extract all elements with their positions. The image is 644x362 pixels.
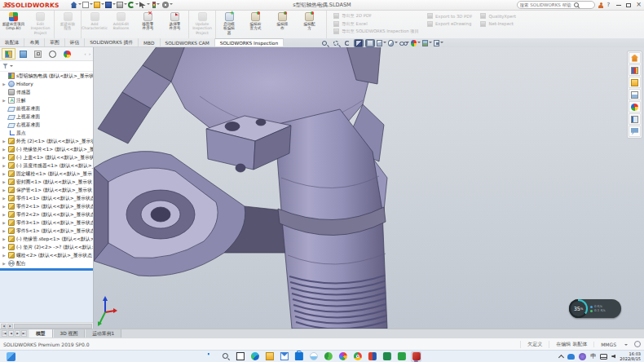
taskbar-app-button[interactable]	[220, 351, 231, 362]
scroll-right-icon[interactable]: ▶	[7, 324, 13, 329]
command-tab[interactable]: SOLIDWORKS 插件	[85, 38, 139, 46]
expand-arrow-icon[interactable]: ▶	[2, 99, 7, 103]
ribbon-button[interactable]: Edit Inspection Project	[27, 11, 54, 38]
ribbon-button[interactable]: Update Inspection Project	[188, 11, 215, 38]
hud-button[interactable]	[388, 39, 398, 47]
cad-model[interactable]	[94, 47, 644, 329]
quick-access-button[interactable]	[117, 1, 127, 10]
quick-access-button[interactable]	[151, 1, 161, 10]
taskbar-app-button[interactable]	[411, 351, 421, 362]
taskbar-app-button[interactable]	[337, 351, 348, 362]
taskbar-app-button[interactable]	[235, 351, 245, 362]
clock[interactable]: 16:03 2022/8/15	[620, 351, 641, 361]
tree-item[interactable]: ▶ 零件3<1> (默认<<默认>_显示状态	[0, 219, 93, 227]
taskbar-app-button[interactable]	[367, 351, 377, 362]
tree-item[interactable]: ▶ 螺栓<2> (默认<<默认>_显示状态	[0, 251, 93, 259]
search-icon[interactable]	[574, 2, 579, 7]
tab-nav-arrow[interactable]: ◀	[8, 330, 14, 337]
hud-button[interactable]	[434, 39, 443, 47]
ribbon-button[interactable]: 启动模 板编辑 器	[215, 11, 242, 38]
tree-filter[interactable]	[0, 61, 93, 72]
task-pane-button[interactable]	[629, 113, 641, 125]
tree-item[interactable]: ▶ (-) 绝缘垫片<1> (默认<<默认>_显	[0, 145, 93, 153]
export-menu-item[interactable]: 导出至 Excel	[333, 21, 419, 27]
export-menu-item[interactable]: 导出至 SOLIDWORKS Inspection 项目	[333, 29, 419, 34]
taskbar-app-button[interactable]	[279, 351, 289, 362]
quick-access-button[interactable]	[82, 1, 93, 10]
ribbon-button[interactable]: 编辑配 方	[296, 11, 323, 38]
taskbar-app-button[interactable]	[205, 351, 216, 362]
tree-item[interactable]: ▶ 保护管<1> (默认<<默认>_显示状	[0, 186, 93, 194]
tree-item[interactable]: ▶ s型铝轴热电偶 (默认<默认>_显示状态-1	[0, 72, 93, 80]
chevron-up-icon[interactable]	[624, 344, 628, 347]
ribbon-button[interactable]: 移除零 件序号	[135, 11, 161, 38]
tree-item[interactable]: ▶ 注解	[0, 96, 93, 104]
tree-item[interactable]: ▶ (-) 温度传感器<1> (默认<<默认>_	[0, 161, 93, 170]
expand-arrow-icon[interactable]: ▶	[2, 148, 7, 152]
tree-item[interactable]: ▶ 右视基准面	[0, 121, 93, 129]
tree-item[interactable]: ▶ 零件5<1> (默认<<默认>_显示状态	[0, 227, 93, 235]
hud-button[interactable]	[411, 39, 421, 47]
tray-app-icon[interactable]	[579, 353, 586, 360]
expand-arrow-icon[interactable]: ▶	[2, 213, 7, 217]
hud-button[interactable]	[320, 39, 329, 47]
tree-item[interactable]: ▶ 零件1<1> (默认<<默认>_显示状态	[0, 194, 93, 202]
taskbar-app-button[interactable]	[382, 351, 392, 362]
expand-arrow-icon[interactable]: ▶	[2, 196, 7, 201]
export-menu-item[interactable]: Export eDrawing	[427, 21, 472, 27]
quick-access-button[interactable]	[162, 1, 173, 10]
help-search-box[interactable]	[517, 1, 595, 9]
quick-access-button[interactable]	[94, 1, 104, 10]
task-pane-button[interactable]	[629, 89, 641, 100]
export-menu-item[interactable]: Net-Inspect	[480, 21, 515, 27]
export-menu-item[interactable]: 导出至 2D PDF	[333, 13, 419, 19]
quick-access-button[interactable]	[139, 1, 150, 10]
keyboard-icon[interactable]	[600, 354, 607, 360]
hud-button[interactable]	[399, 39, 409, 47]
widgets-icon[interactable]	[7, 352, 15, 361]
login-user-icon[interactable]	[598, 2, 604, 8]
taskbar-app-button[interactable]	[293, 351, 304, 362]
tree-item[interactable]: ▶ (-) 绝缘管.step<1> (默认<<默认>	[0, 235, 93, 243]
panel-tab[interactable]	[46, 48, 60, 60]
hud-button[interactable]	[422, 39, 432, 47]
panel-tab[interactable]	[31, 48, 45, 60]
expand-arrow-icon[interactable]: ▶	[2, 156, 7, 160]
scrollbar-thumb[interactable]	[14, 324, 92, 329]
tree-item[interactable]: ▶ 上视基准面	[0, 113, 93, 121]
tree-item[interactable]: ▶ 传感器	[0, 88, 93, 96]
tab-nav-arrow[interactable]: ▶	[15, 330, 20, 337]
expand-arrow-icon[interactable]: ▶	[2, 229, 7, 233]
command-tab[interactable]: 评估	[65, 38, 86, 46]
command-tab[interactable]: 草图	[45, 38, 65, 46]
expand-arrow-icon[interactable]: ▶	[2, 254, 7, 258]
tab-nav-arrow[interactable]: ▶|	[21, 330, 27, 337]
ribbon-button[interactable]: 选择零 件序号	[161, 11, 188, 38]
hud-button[interactable]	[342, 39, 352, 47]
command-tab[interactable]: SOLIDWORKS Inspection	[215, 38, 284, 46]
tree-item[interactable]: ▶ 固定螺栓<1> (默认<<默认>_显示	[0, 170, 93, 178]
taskbar-app-button[interactable]	[323, 351, 333, 362]
hud-button[interactable]	[331, 39, 341, 47]
restore-button[interactable]	[626, 3, 631, 7]
close-button[interactable]: ×	[636, 2, 642, 7]
panel-tab[interactable]	[60, 48, 74, 60]
taskbar-app-button[interactable]	[264, 351, 275, 362]
panel-tab[interactable]	[2, 48, 15, 60]
ribbon-button[interactable]: 编辑检 查方式	[242, 11, 269, 38]
expand-arrow-icon[interactable]: ▶	[2, 262, 7, 266]
taskbar-app-button[interactable]	[249, 351, 260, 362]
tree-item[interactable]: ▶ (-) 垫片 (2)<2> ->? (默认<<默认>	[0, 243, 93, 251]
quick-access-button[interactable]	[71, 1, 82, 10]
task-pane-button[interactable]	[629, 64, 641, 76]
expand-arrow-icon[interactable]: ▶	[2, 237, 7, 241]
ribbon-button[interactable]: 编辑操 作	[269, 11, 296, 38]
help-button[interactable]: ?	[607, 2, 611, 8]
hud-button[interactable]	[354, 39, 364, 47]
tree-item[interactable]: ▶ 外壳 (2)<1> (默认<<默认>_显示状	[0, 137, 93, 145]
expand-arrow-icon[interactable]: ▶	[2, 180, 7, 184]
search-input[interactable]	[520, 2, 572, 7]
export-menu-item[interactable]: Export to 3D PDF	[427, 13, 472, 19]
panel-tab-arrows[interactable]: ‹ ›	[84, 51, 91, 56]
taskbar-app-button[interactable]	[308, 351, 319, 362]
